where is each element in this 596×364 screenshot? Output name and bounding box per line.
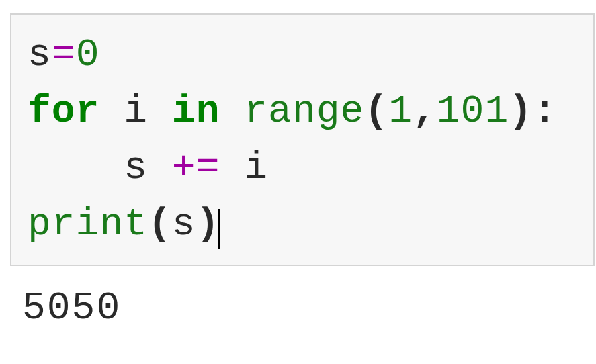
paren-open: (	[148, 202, 172, 246]
number-one: 1	[388, 89, 413, 133]
number-zero: 0	[76, 33, 100, 77]
variable-i: i	[244, 146, 268, 189]
variable-s: s	[172, 202, 196, 246]
variable-s: s	[28, 33, 52, 77]
indent	[28, 146, 124, 189]
code-line-4: print(s)	[28, 196, 577, 253]
code-input-cell[interactable]: s=0 for i in range(1,101): s += i print(…	[10, 13, 595, 266]
comma: ,	[413, 89, 437, 133]
code-line-1: s=0	[28, 27, 577, 83]
paren-open: (	[364, 89, 388, 133]
paren-close: )	[509, 89, 533, 133]
keyword-in: in	[172, 89, 220, 133]
builtin-range: range	[244, 89, 364, 133]
plus-equals-op: +=	[172, 146, 220, 189]
output-cell: 5050	[10, 286, 586, 330]
assign-op: =	[52, 33, 76, 77]
builtin-print: print	[28, 202, 148, 246]
text-cursor	[218, 209, 220, 249]
number-101: 101	[437, 89, 509, 133]
colon: :	[533, 89, 557, 133]
code-line-2: for i in range(1,101):	[28, 83, 577, 140]
code-line-3: s += i	[28, 140, 577, 196]
keyword-for: for	[28, 89, 99, 133]
paren-close: )	[196, 202, 220, 246]
variable-s: s	[124, 146, 148, 189]
output-value: 5050	[22, 286, 121, 330]
variable-i: i	[124, 89, 148, 133]
